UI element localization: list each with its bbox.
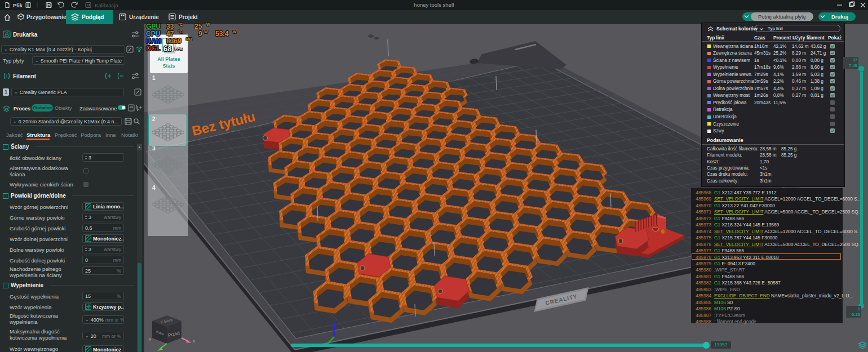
svg-text:Plik: Plik (13, 2, 23, 8)
svg-text:x: x (193, 338, 195, 344)
svg-text:Kalibracja: Kalibracja (95, 2, 118, 8)
svg-text:y: y (149, 336, 151, 341)
